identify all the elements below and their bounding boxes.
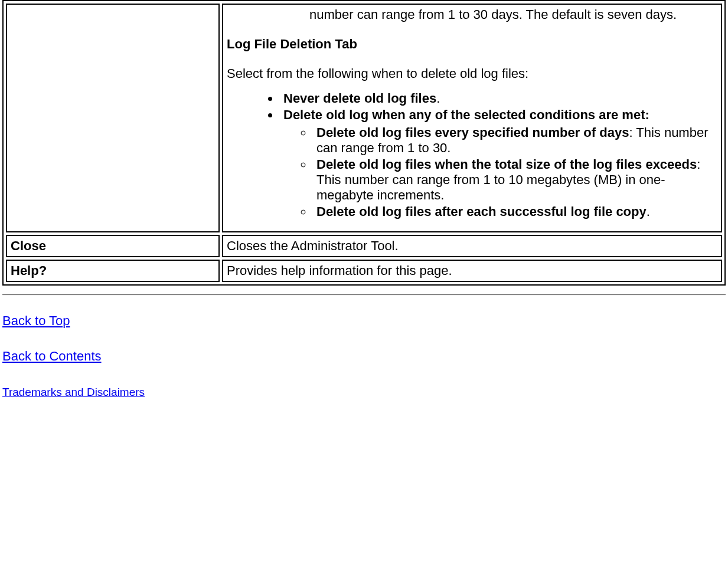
fragment-text: number can range from 1 to 30 days. The … — [309, 7, 677, 22]
help-desc-cell: Provides help information for this page. — [222, 260, 722, 282]
close-desc-cell: Closes the Administrator Tool. — [222, 235, 722, 257]
list-item: Delete old log files after each successf… — [313, 204, 717, 219]
conditions-sublist: Delete old log files every specified num… — [283, 125, 717, 219]
cell-empty-left — [6, 4, 220, 232]
delete-size-label: Delete old log files when the total size… — [316, 157, 697, 172]
list-item: Delete old log files every specified num… — [313, 125, 717, 156]
back-to-contents-link[interactable]: Back to Contents — [2, 349, 102, 364]
delete-after-copy-suffix: . — [647, 204, 650, 219]
close-label-cell: Close — [6, 235, 220, 257]
help-label-cell: Help? — [6, 260, 220, 282]
list-item: Never delete old log files. — [280, 91, 717, 106]
log-file-deletion-heading: Log File Deletion Tab — [227, 37, 717, 52]
list-item: Delete old log when any of the selected … — [280, 107, 717, 219]
cell-log-deletion: number can range from 1 to 30 days. The … — [222, 4, 722, 232]
delete-days-label: Delete old log files every specified num… — [316, 125, 629, 140]
table-row: number can range from 1 to 30 days. The … — [6, 4, 722, 232]
table-row: Close Closes the Administrator Tool. — [6, 235, 722, 257]
delete-conditions-label: Delete old log when any of the selected … — [283, 107, 649, 122]
never-delete-label: Never delete old log files — [283, 91, 436, 106]
log-deletion-intro: Select from the following when to delete… — [227, 66, 717, 81]
section-divider — [2, 294, 726, 296]
deletion-options-list: Never delete old log files. Delete old l… — [227, 91, 717, 219]
list-item: Delete old log files when the total size… — [313, 157, 717, 203]
trademarks-link[interactable]: Trademarks and Disclaimers — [2, 386, 145, 399]
back-to-top-link[interactable]: Back to Top — [2, 313, 70, 329]
table-row: Help? Provides help information for this… — [6, 260, 722, 282]
delete-after-copy-label: Delete old log files after each successf… — [316, 204, 647, 219]
options-table: number can range from 1 to 30 days. The … — [2, 0, 726, 286]
